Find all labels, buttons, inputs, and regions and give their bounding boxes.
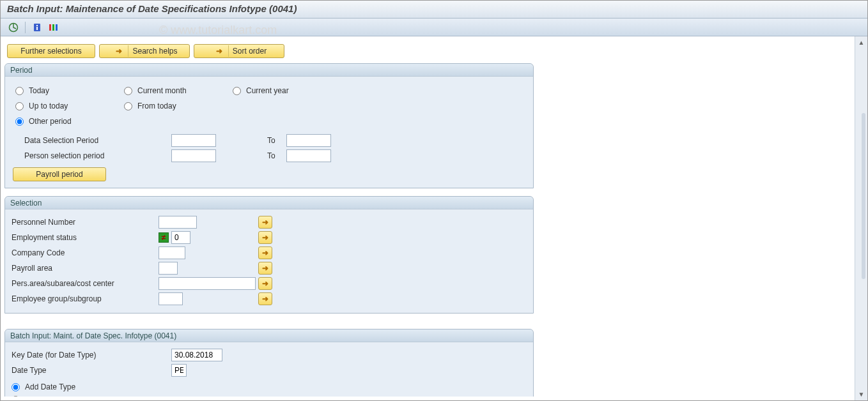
input-employment-status[interactable]	[171, 231, 190, 244]
toolbar-divider	[25, 22, 26, 33]
svg-rect-4	[49, 24, 51, 31]
info-icon[interactable]	[31, 21, 43, 34]
label-employee-group: Employee group/subgroup	[12, 294, 159, 303]
arrow-right-icon: ➜	[114, 47, 124, 56]
radio-label: Current year	[246, 86, 289, 95]
button-separator	[128, 45, 128, 57]
input-pers-area[interactable]	[159, 277, 256, 290]
radio-label: Up to today	[29, 102, 68, 110]
radio-label: Remove Date Type	[25, 395, 91, 397]
button-separator	[228, 45, 229, 57]
radio-label: Today	[29, 86, 49, 95]
svg-rect-5	[52, 24, 54, 31]
search-helps-button[interactable]: ➜ Search helps	[99, 44, 190, 58]
button-label: Search helps	[132, 47, 177, 56]
group-title-selection: Selection	[5, 197, 533, 209]
multi-select-button[interactable]: ➜	[258, 246, 272, 259]
scroll-up-icon[interactable]: ▲	[858, 39, 865, 46]
svg-rect-2	[36, 25, 38, 26]
radio-current-month[interactable]: Current month	[124, 84, 233, 97]
multi-select-button[interactable]: ➜	[258, 277, 272, 290]
label-company-code: Company Code	[12, 248, 159, 257]
group-title-period: Period	[5, 64, 533, 77]
radio-up-to-today[interactable]: Up to today	[15, 100, 124, 112]
input-personnel-number[interactable]	[159, 216, 197, 229]
payroll-period-button[interactable]: Payroll period	[13, 167, 106, 181]
label-employment-status: Employment status	[12, 233, 159, 242]
input-key-date[interactable]	[171, 349, 222, 361]
label-date-type: Date Type	[12, 366, 171, 375]
radio-label: Add Date Type	[25, 382, 75, 391]
label-data-selection-period: Data Selection Period	[24, 136, 171, 145]
abc-icon[interactable]	[47, 21, 60, 34]
label-personnel-number: Personnel Number	[12, 218, 159, 227]
radio-remove-date-type[interactable]: Remove Date Type	[12, 393, 527, 397]
sort-order-button[interactable]: ➜ Sort order	[194, 44, 284, 58]
input-person-selection-from[interactable]	[171, 149, 216, 162]
radio-label: From today	[137, 102, 176, 110]
radio-other-period[interactable]: Other period	[15, 115, 124, 128]
svg-rect-6	[56, 24, 58, 31]
label-payroll-area: Payroll area	[12, 264, 159, 273]
label-to: To	[267, 136, 286, 145]
page-title: Batch Input: Maintenance of Date Specifi…	[1, 1, 867, 19]
input-data-selection-from[interactable]	[171, 134, 216, 147]
group-batch-input: Batch Input: Maint. of Date Spec. Infoty…	[4, 329, 534, 397]
scrollbar-vertical[interactable]: ▲ ▼	[855, 36, 867, 400]
group-selection: Selection Personnel Number ➜ Employment …	[4, 196, 534, 314]
multi-select-button[interactable]: ➜	[258, 231, 272, 244]
further-selections-button[interactable]: Further selections	[7, 44, 95, 58]
input-payroll-area[interactable]	[159, 262, 178, 275]
button-label: Further selections	[20, 47, 81, 56]
group-period: Period Today Current month Current year …	[4, 63, 534, 188]
label-to: To	[267, 151, 286, 160]
button-label: Sort order	[233, 47, 267, 56]
multi-select-button[interactable]: ➜	[258, 216, 272, 229]
svg-rect-3	[36, 27, 38, 30]
label-key-date: Key Date (for Date Type)	[12, 351, 171, 359]
scroll-down-icon[interactable]: ▼	[858, 391, 865, 398]
input-date-type[interactable]	[171, 364, 187, 377]
label-person-selection-period: Person selection period	[24, 151, 171, 160]
group-title-batch: Batch Input: Maint. of Date Spec. Infoty…	[5, 329, 533, 342]
primary-toolbar	[1, 19, 867, 36]
execute-icon[interactable]	[7, 21, 20, 34]
scroll-handle[interactable]	[862, 113, 865, 279]
radio-today[interactable]: Today	[15, 84, 124, 97]
button-label: Payroll period	[36, 170, 82, 179]
input-person-selection-to[interactable]	[286, 149, 331, 162]
input-data-selection-to[interactable]	[286, 134, 331, 147]
radio-label: Current month	[137, 86, 187, 95]
title-text: Batch Input: Maintenance of Date Specifi…	[7, 3, 297, 14]
radio-label: Other period	[29, 117, 72, 126]
input-employee-group[interactable]	[159, 292, 183, 305]
multi-select-button[interactable]: ➜	[258, 262, 272, 275]
label-pers-area: Pers.area/subarea/cost center	[12, 279, 159, 288]
radio-from-today[interactable]: From today	[124, 100, 233, 112]
input-company-code[interactable]	[159, 246, 185, 259]
not-equal-icon[interactable]: ≠	[159, 232, 169, 243]
radio-current-year[interactable]: Current year	[233, 84, 341, 97]
selection-button-row: Further selections ➜ Search helps ➜ Sort…	[4, 40, 853, 63]
radio-add-date-type[interactable]: Add Date Type	[12, 381, 527, 393]
arrow-right-icon: ➜	[214, 47, 224, 56]
multi-select-button[interactable]: ➜	[258, 292, 272, 305]
